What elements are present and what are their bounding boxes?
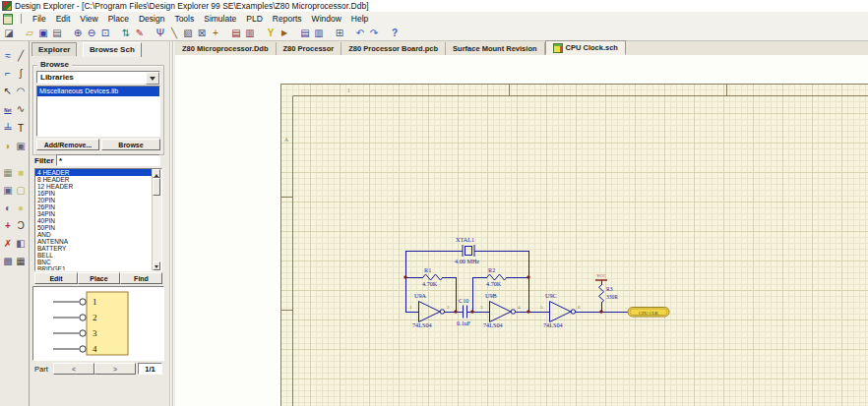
probe-icon[interactable]: Y — [264, 26, 278, 40]
component-list-item[interactable]: BNC — [35, 259, 161, 265]
save-icon[interactable]: ▣ — [36, 26, 50, 40]
select-area-icon[interactable]: ▧ — [181, 26, 195, 40]
print-icon[interactable]: ▤ — [50, 26, 64, 40]
add-remove-button[interactable]: Add/Remove... — [36, 139, 99, 150]
menu-place[interactable]: Place — [103, 12, 134, 26]
crystal-symbol[interactable] — [463, 245, 474, 257]
paste-tool-icon[interactable]: ▩ — [2, 254, 15, 268]
wires[interactable] — [405, 251, 628, 312]
run-icon[interactable]: ▶ — [278, 26, 291, 40]
menu-edit[interactable]: Edit — [51, 12, 76, 26]
library-list-item[interactable]: Miscellaneous Devices.lib — [37, 87, 159, 96]
paste-array-icon[interactable]: ⊞ — [333, 26, 346, 40]
wire-tool-icon[interactable]: ≈ — [2, 48, 15, 63]
half-ellipse-tool-icon[interactable]: ◐ — [2, 201, 15, 215]
component-list-item[interactable]: 4 HEADER — [35, 169, 161, 176]
library-list[interactable]: Miscellaneous Devices.lib — [36, 86, 160, 137]
component-list-item[interactable]: ANTENNA — [35, 238, 161, 245]
panel-splitter[interactable] — [167, 41, 175, 406]
curve-tool-icon[interactable]: ʃ — [15, 66, 28, 81]
resistor-symbols[interactable] — [423, 274, 604, 303]
text-tool-icon[interactable]: T — [15, 121, 28, 136]
component-list-item[interactable]: 20PIN — [35, 197, 161, 203]
menu-window[interactable]: Window — [307, 12, 346, 26]
move-item-icon[interactable]: + — [209, 26, 222, 40]
component-list[interactable]: 4 HEADER 8 HEADER 12 HEADER 16PIN 20PIN … — [34, 168, 162, 271]
scroll-thumb[interactable] — [153, 178, 160, 196]
part-tool-icon[interactable]: ◗ — [2, 139, 15, 153]
rect-tool-icon[interactable]: ▦ — [2, 165, 15, 180]
inner-rect-tool-icon[interactable]: ▣ — [2, 183, 15, 198]
explorer-toggle-icon[interactable]: ◪ — [2, 26, 16, 40]
doc-tab-z80-processor[interactable]: Z80 Processor — [277, 42, 342, 55]
net-label-tool-icon[interactable]: Net — [2, 103, 15, 118]
component-list-item[interactable]: 40PIN — [35, 217, 161, 224]
component-list-item[interactable]: 34PIN — [35, 210, 161, 217]
scroll-down-icon[interactable] — [153, 261, 160, 270]
wiring-tools-icon[interactable]: Ψ — [154, 26, 167, 40]
component-list-item[interactable]: 12 HEADER — [35, 183, 161, 190]
sheet-symbol-tool-icon[interactable]: ▣ — [15, 139, 28, 153]
place-button[interactable]: Place — [78, 272, 120, 284]
find-button[interactable]: Find — [120, 272, 162, 284]
cursor-tool-icon[interactable]: ↖ — [2, 84, 15, 98]
browse-mode-select[interactable]: Libraries — [36, 71, 160, 84]
round-rect-tool-icon[interactable]: ▢ — [15, 183, 28, 198]
browse-library-alt-icon[interactable]: ▥ — [243, 26, 257, 40]
component-list-item[interactable]: BELL — [35, 252, 161, 259]
menu-view[interactable]: View — [75, 12, 102, 26]
undo-icon[interactable]: ↶ — [353, 26, 367, 40]
drawing-tools-icon[interactable]: ╲ — [167, 26, 181, 40]
component-list-item[interactable]: 16PIN — [35, 190, 161, 197]
menu-grip-handle[interactable] — [17, 14, 22, 24]
menu-pld[interactable]: PLD — [241, 12, 268, 26]
doc-tab-z80-processor-board-pcb[interactable]: Z80 Processor Board.pcb — [341, 42, 446, 55]
redraw-icon[interactable]: ✎ — [133, 26, 147, 40]
doc-tab-surface-mount-revision[interactable]: Surface Mount Revision — [446, 42, 544, 55]
redo-icon[interactable]: ↷ — [367, 26, 381, 40]
menu-reports[interactable]: Reports — [268, 12, 307, 26]
scroll-up-icon[interactable] — [153, 169, 160, 178]
tab-explorer[interactable]: Explorer — [31, 42, 77, 56]
inverter-symbols[interactable] — [419, 302, 576, 322]
add-part-icon[interactable]: ▤ — [298, 26, 312, 40]
doc-tab-cpu-clock-sch[interactable]: CPU Clock.sch — [545, 40, 626, 55]
capacitor-symbol[interactable] — [464, 306, 467, 319]
junction-tool-icon[interactable]: + — [2, 218, 15, 233]
component-list-item[interactable]: BATTERY — [35, 245, 161, 252]
vcc-power-port[interactable]: VCC — [595, 273, 607, 280]
power-port-tool-icon[interactable]: ╧ — [2, 121, 15, 136]
zoom-out-icon[interactable]: ⊖ — [85, 26, 98, 40]
schematic-canvas[interactable]: 1 A — [175, 55, 868, 406]
component-list-item[interactable]: BRIDGE1 — [35, 265, 161, 271]
window-tool-icon[interactable]: ◧ — [15, 236, 28, 251]
filled-rect-tool-icon[interactable]: ■ — [15, 165, 28, 180]
line-tool-icon[interactable]: ╱ — [15, 48, 28, 63]
menu-tools[interactable]: Tools — [169, 12, 199, 26]
menu-help[interactable]: Help — [346, 12, 373, 26]
component-list-scrollbar[interactable] — [152, 169, 161, 270]
help-icon[interactable]: ? — [388, 26, 402, 40]
ellipse-tool-icon[interactable]: ● — [15, 201, 28, 215]
browse-button[interactable]: Browse — [101, 139, 160, 150]
active-document-icon[interactable] — [3, 14, 13, 25]
zoom-all-icon[interactable]: ⊡ — [98, 26, 112, 40]
open-arc-tool-icon[interactable]: Ɔ — [15, 218, 28, 233]
next-part-button[interactable]: > — [94, 363, 136, 375]
prev-part-button[interactable]: < — [53, 363, 94, 375]
doc-tab-z80-microprocessor-ddb[interactable]: Z80 Microprocessor.Ddb — [175, 42, 277, 55]
filter-input[interactable] — [56, 154, 160, 166]
edit-button[interactable]: Edit — [34, 272, 78, 284]
remove-part-icon[interactable]: ▥ — [312, 26, 326, 40]
cpu-clk-port[interactable]: CPU CLK — [628, 308, 669, 318]
component-list-item[interactable]: AND — [35, 231, 161, 238]
menu-design[interactable]: Design — [134, 12, 169, 26]
chevron-down-icon[interactable] — [146, 72, 159, 85]
grid-tool-icon[interactable]: ▦ — [15, 254, 28, 268]
bus-tool-icon[interactable]: ⌐ — [2, 66, 15, 81]
component-list-item[interactable]: 50PIN — [35, 224, 161, 231]
component-list-item[interactable]: 8 HEADER — [35, 176, 161, 183]
menu-simulate[interactable]: Simulate — [199, 12, 241, 26]
arc-tool-icon[interactable]: ◠ — [15, 84, 28, 98]
delete-tool-icon[interactable]: ✗ — [2, 236, 15, 251]
